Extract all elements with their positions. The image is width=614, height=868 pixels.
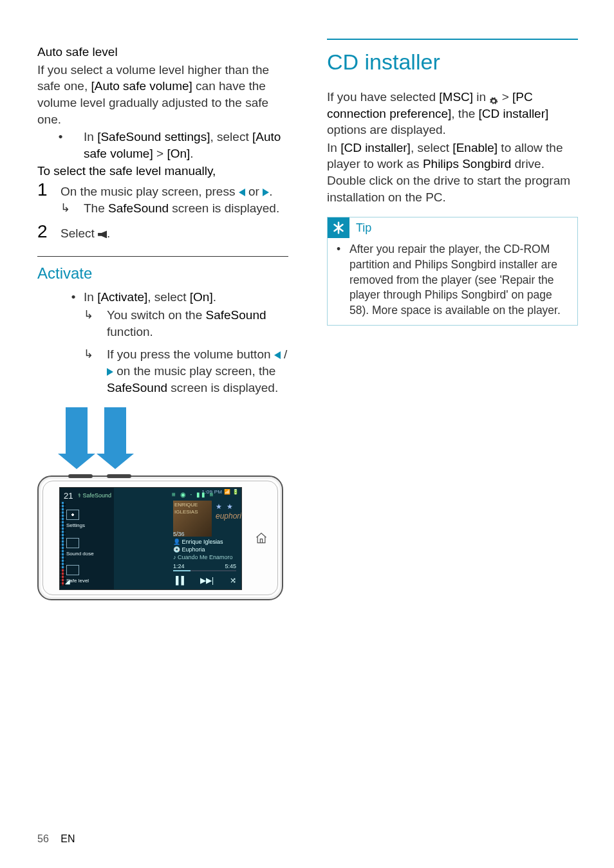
triangle-left-icon [239, 189, 245, 196]
activate-bullet: • In [Activate], select [On]. [37, 289, 288, 306]
arrow-down-icon [104, 407, 126, 455]
shuffle-icon: ⤨ [230, 575, 236, 586]
tip-label: Tip [356, 220, 371, 235]
activate-result-2: ↳ If you press the volume button / on th… [37, 346, 288, 396]
right-column: CD installer If you have selected [MSC] … [327, 39, 578, 600]
menu-settings: Settings [66, 510, 85, 530]
auto-safe-bullet: • In [SafeSound settings], select [Auto … [37, 129, 288, 162]
auto-safe-paragraph: If you select a volume level higher than… [37, 62, 288, 128]
heading-auto-safe-level: Auto safe level [37, 44, 288, 60]
volume-meter [62, 502, 64, 586]
home-button-icon [255, 531, 268, 544]
volume-level: 21 [64, 490, 73, 502]
left-column: Auto safe level If you select a volume l… [37, 39, 288, 600]
page-number: 56 [37, 833, 49, 844]
pause-icon: ▐▐ [173, 575, 184, 586]
tip-icon [328, 217, 349, 238]
cd-paragraph-1: If you have selected [MSC] in > [PC conn… [327, 89, 578, 138]
speaker-icon [98, 230, 107, 238]
menu-sound-dose: Sound dose [66, 538, 94, 558]
progress-bar [173, 570, 236, 571]
step-1-result: ↳ The SafeSound screen is displayed. [37, 200, 288, 217]
time-elapsed: 1:24 [173, 562, 185, 570]
cd-paragraph-2: In [CD installer], select [Enable] to al… [327, 140, 578, 206]
language-code: EN [60, 833, 75, 844]
section-rule [327, 39, 578, 40]
track-name: 💿 Euphoria [173, 546, 205, 553]
volume-down-button [68, 474, 93, 478]
album-name: euphoria [216, 511, 242, 521]
device-screen: 21 ⚕ SafeSound Settings Sound dose Safe … [59, 487, 242, 590]
arrow-down-icon [66, 407, 88, 455]
tip-box: Tip • After you repair the player, the C… [327, 217, 578, 325]
gear-icon [489, 93, 498, 102]
heading-cd-installer: CD installer [327, 48, 578, 77]
step-2: 2 Select . [37, 223, 288, 242]
tip-text: After you repair the player, the CD-ROM … [349, 242, 568, 318]
artist-name: 👤 Enrique Iglesias [173, 538, 223, 546]
triangle-left-icon [274, 351, 281, 359]
track-count: 5/36 [173, 530, 185, 538]
screen-tabs: ≡ ◉ · ▮▮ ≡ [172, 490, 215, 499]
section-divider [37, 256, 288, 257]
rating-stars: ★ ★ [216, 502, 234, 512]
activate-result-1: ↳ You switch on the SafeSound function. [37, 307, 288, 340]
triangle-right-icon [107, 368, 113, 376]
playback-controls: ▐▐ ▶▶| ⤨ [173, 575, 236, 586]
next-icon: ▶▶| [200, 575, 214, 586]
heading-activate: Activate [37, 263, 288, 284]
time-total: 5:45 [225, 562, 236, 570]
speaker-small-icon: ◢ [65, 577, 70, 586]
triangle-right-icon [263, 189, 269, 196]
heading-manual: To select the safe level manually, [37, 163, 288, 180]
page-footer: 56 EN [37, 832, 75, 846]
volume-up-button [107, 474, 131, 478]
next-track: ♪ Cuando Me Enamoro [173, 553, 233, 561]
step-1: 1 On the music play screen, press or . [37, 181, 288, 200]
safesound-label: ⚕ SafeSound [78, 492, 111, 499]
device-illustration: 21 ⚕ SafeSound Settings Sound dose Safe … [37, 407, 282, 600]
